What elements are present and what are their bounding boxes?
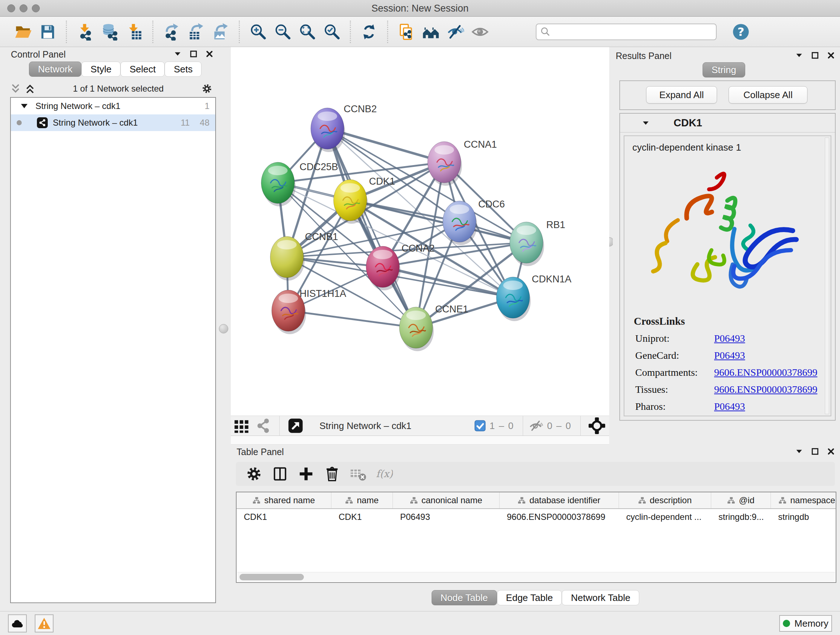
tab-edge-table[interactable]: Edge Table: [497, 590, 562, 605]
grid-view-button[interactable]: [233, 417, 251, 435]
node-CCNE1[interactable]: [399, 307, 434, 351]
column-header-database-identifier[interactable]: database identifier: [500, 492, 619, 508]
warning-button[interactable]: [35, 614, 54, 632]
table-cell[interactable]: CDK1: [332, 512, 393, 522]
crosslink-value[interactable]: 9606.ENSP00000378699: [714, 367, 817, 378]
network-row[interactable]: String Network – cdk1 11 48: [11, 114, 215, 131]
network-options-gear-icon[interactable]: [201, 83, 213, 95]
tab-select[interactable]: Select: [120, 62, 164, 77]
panel-float-icon[interactable]: [811, 51, 819, 59]
table-row[interactable]: CDK1CDK1P064939606.ENSP00000378699cyclin…: [237, 509, 836, 525]
table-cell[interactable]: stringdb:9...: [711, 512, 771, 522]
panel-float-icon[interactable]: [189, 50, 197, 58]
tab-node-table[interactable]: Node Table: [431, 590, 497, 605]
crosslink-value[interactable]: P06493: [714, 350, 745, 361]
delete-table-button[interactable]: [347, 463, 369, 485]
panel-close-icon[interactable]: [205, 50, 213, 58]
column-header-description[interactable]: description: [619, 492, 711, 508]
duplicate-network-button[interactable]: [396, 20, 417, 43]
collapse-all-button[interactable]: Collapse All: [729, 86, 807, 103]
zoom-out-button[interactable]: [272, 20, 293, 43]
help-button[interactable]: ?: [730, 20, 752, 43]
table-hscrollbar[interactable]: [237, 572, 835, 581]
export-network-button[interactable]: [161, 20, 182, 43]
crosslink-value[interactable]: P06493: [714, 401, 745, 412]
edge-CCNA2-CDKN1A[interactable]: [383, 267, 513, 298]
table-cell[interactable]: P06493: [393, 512, 500, 522]
hide-selected-button[interactable]: [445, 20, 466, 43]
save-session-button[interactable]: [37, 20, 58, 43]
panel-close-icon[interactable]: [827, 51, 835, 59]
column-header--id[interactable]: @id: [711, 492, 771, 508]
create-column-button[interactable]: [295, 463, 317, 485]
table-cell[interactable]: cyclin-dependent ...: [619, 512, 711, 522]
table-options-gear-button[interactable]: [243, 463, 265, 485]
tab-style[interactable]: Style: [81, 62, 120, 77]
tab-sets[interactable]: Sets: [164, 62, 202, 77]
cloud-status-button[interactable]: [8, 614, 27, 632]
delete-column-button[interactable]: [321, 463, 343, 485]
zoom-selected-button[interactable]: [321, 20, 342, 43]
string-home-button[interactable]: [420, 20, 441, 43]
table-cell[interactable]: CDK1: [237, 512, 332, 522]
memory-button[interactable]: Memory: [779, 615, 832, 632]
zoom-in-button[interactable]: [248, 20, 268, 43]
import-database-button[interactable]: [99, 20, 120, 43]
export-table-button[interactable]: [186, 20, 207, 43]
export-image-button[interactable]: [210, 20, 231, 43]
node-RB1[interactable]: [510, 222, 544, 266]
crosslink-value[interactable]: P06493: [714, 333, 745, 344]
panel-menu-icon[interactable]: [174, 50, 182, 58]
node-CCNB2[interactable]: [311, 108, 345, 152]
panel-float-icon[interactable]: [811, 448, 819, 455]
birds-eye-button[interactable]: [587, 416, 606, 435]
table-cell[interactable]: 9606.ENSP00000378699: [500, 512, 619, 522]
tab-network-table[interactable]: Network Table: [562, 590, 639, 605]
node-CCNA1[interactable]: [428, 141, 462, 186]
node-CCNA2[interactable]: [366, 246, 401, 290]
horizontal-splitter[interactable]: [231, 436, 609, 445]
refresh-button[interactable]: [358, 20, 379, 43]
node-CCNB1[interactable]: [270, 236, 305, 280]
function-builder-button[interactable]: f(x): [373, 463, 395, 485]
import-network-button[interactable]: [74, 20, 95, 43]
import-table-button[interactable]: [124, 20, 145, 43]
table-panel-title: Table Panel: [237, 447, 284, 457]
network-collection-row[interactable]: String Network – cdk1 1: [11, 98, 215, 114]
panel-menu-icon[interactable]: [795, 51, 803, 59]
open-session-button[interactable]: [13, 20, 34, 43]
column-header-shared-name[interactable]: shared name: [237, 492, 332, 508]
network-graph[interactable]: CCNB2CCNA1CDC25BCDK1CDC6RB1CCNB1CCNA2CDK…: [231, 47, 609, 416]
expand-all-icon[interactable]: [25, 83, 35, 94]
node-CDK1[interactable]: [333, 180, 368, 224]
collection-expander-icon[interactable]: [21, 104, 27, 108]
selected-checkbox-icon[interactable]: [474, 420, 486, 432]
column-header-namespace[interactable]: namespace: [771, 492, 840, 508]
column-header-canonical-name[interactable]: canonical name: [393, 492, 500, 508]
search-input[interactable]: [551, 27, 706, 37]
collapse-all-icon[interactable]: [10, 83, 21, 94]
crosslink-value[interactable]: 9606.ENSP00000378699: [714, 384, 817, 395]
table-cell[interactable]: stringdb: [771, 512, 840, 522]
panel-close-icon[interactable]: [827, 448, 835, 455]
sort-icon: [253, 496, 261, 504]
zoom-fit-button[interactable]: [297, 20, 317, 43]
tab-string[interactable]: String: [703, 62, 745, 78]
left-splitter-handle[interactable]: [219, 324, 228, 333]
node-CDKN1A[interactable]: [496, 277, 531, 321]
panel-menu-icon[interactable]: [795, 448, 803, 455]
show-all-button[interactable]: [470, 20, 491, 43]
scrollbar-thumb[interactable]: [240, 574, 304, 580]
open-in-window-button[interactable]: [286, 417, 305, 435]
column-header-name[interactable]: name: [332, 492, 393, 508]
show-columns-button[interactable]: [269, 463, 291, 485]
crosslink-row: Uniprot:P06493: [635, 333, 831, 344]
results-scrollbar[interactable]: [825, 138, 829, 414]
expand-all-button[interactable]: Expand All: [646, 86, 717, 103]
network-view[interactable]: CCNB2CCNA1CDC25BCDK1CDC6RB1CCNB1CCNA2CDK…: [231, 47, 609, 416]
tab-network[interactable]: Network: [29, 62, 81, 77]
edge-HIST1H1A-CCNE1[interactable]: [288, 310, 416, 328]
entry-expander-icon[interactable]: [642, 119, 650, 127]
entry-header[interactable]: CDK1: [620, 114, 835, 133]
network-overview-button[interactable]: [254, 417, 272, 435]
